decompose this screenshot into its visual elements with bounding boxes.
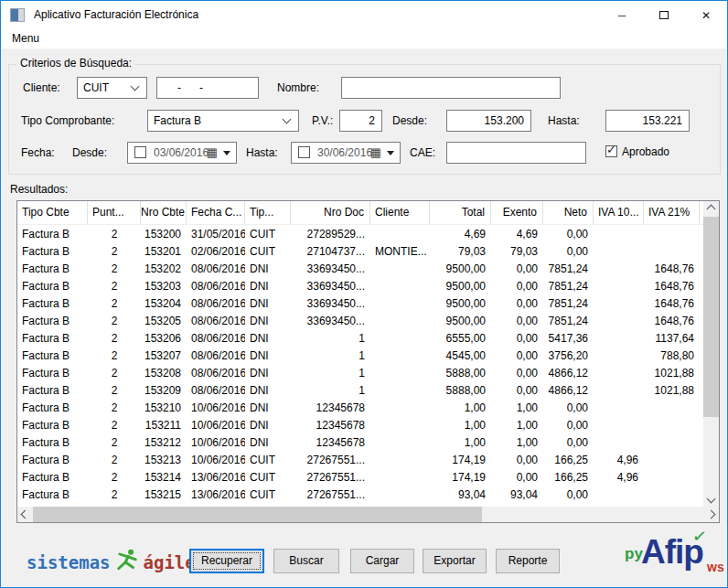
scroll-left-button[interactable] bbox=[17, 507, 33, 522]
table-cell bbox=[370, 434, 430, 452]
pv-input[interactable]: 2 bbox=[339, 110, 382, 132]
column-header[interactable]: Nro Cbte bbox=[141, 201, 187, 224]
table-row[interactable]: Factura B215321010/06/2016DNI123456781,0… bbox=[17, 400, 703, 417]
column-header[interactable]: Fecha C... bbox=[187, 201, 245, 224]
table-cell: Factura B bbox=[17, 330, 88, 347]
vertical-scrollbar-thumb[interactable] bbox=[703, 217, 719, 417]
table-cell: CUIT bbox=[245, 243, 291, 261]
table-row[interactable]: Factura B215321110/06/2016DNI123456781,0… bbox=[17, 417, 703, 434]
table-cell: 1,00 bbox=[491, 417, 543, 434]
table-cell: 2 bbox=[88, 486, 141, 504]
table-cell: 153201 bbox=[141, 243, 187, 261]
scroll-up-button[interactable] bbox=[703, 201, 719, 217]
table-cell: 0,00 bbox=[491, 261, 543, 278]
vertical-scrollbar[interactable] bbox=[703, 201, 719, 507]
table-cell: 33693450... bbox=[291, 278, 370, 295]
table-cell: Factura B bbox=[17, 278, 88, 295]
table-cell: 2 bbox=[88, 261, 141, 278]
table-row[interactable]: Factura B215320408/06/2016DNI33693450...… bbox=[17, 295, 703, 313]
chevron-down-icon bbox=[131, 82, 140, 91]
table-cell: 9500,00 bbox=[430, 261, 491, 278]
table-row[interactable]: Factura B215321513/06/2016CUIT27267551..… bbox=[17, 486, 703, 504]
cae-input[interactable] bbox=[446, 142, 586, 164]
scroll-down-button[interactable] bbox=[703, 491, 719, 507]
column-header[interactable]: IVA 10... bbox=[594, 201, 644, 224]
table-row[interactable]: Factura B215321310/06/2016CUIT27267551..… bbox=[17, 452, 703, 469]
table-row[interactable]: Factura B215320308/06/2016DNI33693450...… bbox=[17, 278, 703, 295]
cuit-input[interactable]: - - bbox=[156, 77, 259, 99]
column-header[interactable]: Cliente bbox=[370, 201, 430, 224]
table-cell bbox=[370, 313, 430, 330]
column-header[interactable]: Exento bbox=[491, 201, 543, 224]
fecha-hasta-datepicker[interactable]: 30/06/2016 ▦ bbox=[291, 142, 401, 164]
column-header[interactable]: Total bbox=[430, 201, 491, 224]
table-cell bbox=[370, 452, 430, 469]
window-title: Aplicativo Facturación Electrónica bbox=[34, 8, 198, 21]
close-button[interactable]: ✕ bbox=[685, 1, 727, 29]
table-cell: 79,03 bbox=[491, 243, 543, 261]
fecha-desde-checkbox[interactable] bbox=[134, 146, 146, 158]
menu-item-menu[interactable]: Menu bbox=[12, 32, 39, 45]
table-cell: 1 bbox=[291, 347, 370, 365]
table-row[interactable]: Factura B215321210/06/2016DNI123456781,0… bbox=[17, 434, 703, 452]
results-label: Resultados: bbox=[10, 183, 68, 196]
table-cell: 08/06/2016 bbox=[187, 278, 245, 295]
reporte-button[interactable]: Reporte bbox=[496, 549, 560, 573]
maximize-button[interactable] bbox=[643, 1, 685, 29]
nombre-input[interactable] bbox=[341, 77, 561, 99]
minimize-button[interactable]: ─ bbox=[601, 1, 643, 29]
aprobado-checkbox[interactable]: ✓ bbox=[605, 145, 617, 157]
table-cell: 7851,24 bbox=[543, 261, 594, 278]
exportar-button[interactable]: Exportar bbox=[423, 549, 487, 573]
table-cell: 2 bbox=[88, 347, 141, 365]
menu-bar: Menu bbox=[1, 29, 727, 49]
table-row[interactable]: Factura B215320808/06/2016DNI15888,000,0… bbox=[17, 365, 703, 382]
table-cell: 0,00 bbox=[491, 347, 543, 365]
table-cell bbox=[594, 295, 644, 313]
table-row[interactable]: Factura B215320708/06/2016DNI14545,000,0… bbox=[17, 347, 703, 365]
table-cell: 3756,20 bbox=[543, 347, 594, 365]
column-header[interactable]: Tip... bbox=[245, 201, 291, 224]
cargar-button[interactable]: Cargar bbox=[350, 549, 414, 573]
table-cell: 1137,64 bbox=[644, 330, 700, 347]
table-cell bbox=[594, 382, 644, 400]
nro-hasta-input[interactable]: 153.221 bbox=[605, 110, 690, 132]
table-row[interactable]: Factura B215320102/06/2016CUIT27104737..… bbox=[17, 243, 703, 261]
table-cell: 7851,24 bbox=[543, 295, 594, 313]
table-cell bbox=[370, 347, 430, 365]
table-cell: 1648,76 bbox=[644, 278, 700, 295]
table-row[interactable]: Factura B215320908/06/2016DNI15888,000,0… bbox=[17, 382, 703, 400]
fecha-desde-datepicker[interactable]: 03/06/2016 ▦ bbox=[127, 142, 237, 164]
tipo-comprobante-combobox[interactable]: Factura B bbox=[147, 110, 299, 132]
app-icon bbox=[10, 8, 25, 22]
column-header[interactable]: Tipo Cbte bbox=[17, 201, 88, 224]
table-cell: 08/06/2016 bbox=[187, 347, 245, 365]
table-cell: 2 bbox=[88, 295, 141, 313]
table-row[interactable]: Factura B215320208/06/2016DNI33693450...… bbox=[17, 261, 703, 278]
fecha-hasta-checkbox[interactable] bbox=[298, 146, 310, 158]
table-cell: 93,04 bbox=[491, 486, 543, 504]
scroll-right-button[interactable] bbox=[703, 507, 719, 522]
table-row[interactable]: Factura B215320508/06/2016DNI33693450...… bbox=[17, 313, 703, 330]
column-header[interactable]: Punt... bbox=[88, 201, 141, 224]
afip-check-icon: ✓ bbox=[691, 525, 708, 548]
recuperar-button[interactable]: Recuperar bbox=[189, 549, 264, 573]
table-row[interactable]: Factura B215320608/06/2016DNI16555,000,0… bbox=[17, 330, 703, 347]
horizontal-scrollbar-thumb[interactable] bbox=[33, 507, 482, 522]
dropdown-arrow-icon[interactable] bbox=[387, 151, 394, 155]
column-header[interactable]: Nro Doc bbox=[291, 201, 370, 224]
horizontal-scrollbar[interactable] bbox=[17, 507, 719, 522]
table-cell: 153212 bbox=[141, 434, 187, 452]
table-cell bbox=[594, 330, 644, 347]
table-row[interactable]: Factura B215321413/06/2016CUIT27267551..… bbox=[17, 469, 703, 486]
column-header[interactable]: IVA 21% bbox=[644, 201, 700, 224]
dropdown-arrow-icon[interactable] bbox=[223, 151, 230, 155]
table-cell: 0,00 bbox=[491, 330, 543, 347]
scroll-right-icon bbox=[707, 510, 716, 519]
cliente-tipo-doc-combobox[interactable]: CUIT bbox=[77, 77, 147, 99]
column-header[interactable]: Neto bbox=[543, 201, 594, 224]
nro-desde-input[interactable]: 153.200 bbox=[446, 110, 531, 132]
table-row[interactable]: Factura B215320031/05/2016CUIT27289529..… bbox=[17, 226, 703, 243]
buscar-button[interactable]: Buscar bbox=[273, 549, 339, 573]
table-cell: 2 bbox=[88, 243, 141, 261]
